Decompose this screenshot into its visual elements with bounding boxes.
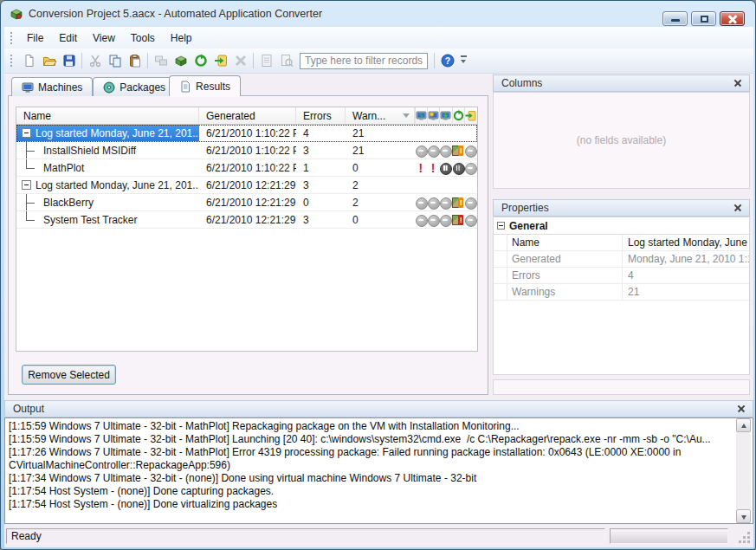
window-title: Conversion Project 5.aacx - Automated Ap… [29,8,322,20]
row-warnings: 2 [346,177,415,193]
row-generated: 6/21/2010 1:10:22 PM [199,125,296,141]
menu-file[interactable]: File [19,29,51,48]
refresh-button[interactable] [191,51,210,71]
close-button[interactable] [720,11,745,26]
property-label: Name [507,235,623,250]
row-name: BlackBerry [43,197,94,209]
preview-icon [280,54,294,68]
connect-machine-icon [154,54,168,68]
help-button[interactable]: ? [437,51,457,71]
minimize-button[interactable] [662,11,688,26]
disabled-icon [415,194,427,211]
new-file-icon [23,54,36,68]
monitor-settings-icon[interactable] [427,107,439,125]
save-button[interactable] [59,51,79,71]
stop-button[interactable] [230,51,250,71]
properties-panel-title: Properties [501,202,549,214]
app-window: Conversion Project 5.aacx - Automated Ap… [0,0,756,550]
columns-panel-body: (no fields available) [493,92,750,189]
collapse-expander-icon[interactable] [22,128,31,138]
paste-icon [128,54,142,68]
scroll-up-icon[interactable] [736,418,751,432]
column-header-generated[interactable]: Generated [199,107,296,124]
property-row-errors[interactable]: Errors 4 [494,268,749,284]
grid-row-mathplot[interactable]: MathPlot 6/21/2010 1:10:22 PM 1 0 [16,159,477,177]
row-errors: 3 [296,211,346,228]
grid-row-log-2[interactable]: Log started Monday, June 21, 201... 6/21… [16,177,477,194]
row-name: InstallShield MSIDiff [43,145,136,157]
property-row-name[interactable]: Name Log started Monday, June [494,235,749,251]
run-conversion-button[interactable] [210,51,230,71]
collapse-expander-icon[interactable] [22,180,31,190]
cut-button[interactable] [85,51,105,71]
monitor-sync-icon[interactable] [415,107,427,125]
open-button[interactable] [39,51,59,71]
minimize-icon [671,19,680,22]
copy-button[interactable] [105,51,125,71]
new-button[interactable] [19,51,39,71]
tab-packages[interactable]: Packages [93,77,176,96]
menubar-grip-icon [10,31,14,45]
properties-close-icon[interactable] [732,202,744,214]
menu-tools[interactable]: Tools [123,29,163,48]
report-button[interactable] [256,51,276,71]
property-row-warnings[interactable]: Warnings 21 [494,284,749,301]
property-label: Warnings [507,284,623,300]
report-icon [260,54,274,68]
column-header-warnings[interactable]: Warn... [346,107,415,124]
refresh-column-icon[interactable] [452,107,464,125]
grid-row-installshield[interactable]: InstallShield MSIDiff 6/21/2010 1:10:22 … [16,142,477,159]
menu-view[interactable]: View [85,29,123,48]
monitor-icon [22,81,34,94]
disabled-icon [427,211,439,229]
disabled-icon [427,194,439,211]
property-row-generated[interactable]: Generated Monday, June 21, 2010 1:10 [494,251,749,268]
help-icon: ? [441,54,455,68]
menu-help[interactable]: Help [163,29,200,48]
package-button[interactable] [171,51,191,71]
row-name: System Test Tracker [43,214,137,226]
output-line: [1:15:59 Windows 7 Ultimate - 32-bit - M… [9,420,733,433]
package-warning-icon [452,194,464,211]
filter-records-input[interactable] [300,53,428,69]
column-filter-dropdown-icon[interactable] [403,113,410,118]
columns-close-icon[interactable] [732,77,744,89]
menu-edit[interactable]: Edit [51,29,85,48]
paste-button[interactable] [125,51,145,71]
toolbar-overflow-button[interactable] [459,51,469,70]
output-close-icon[interactable] [735,403,747,415]
restore-button[interactable] [691,11,716,26]
paused-icon [452,159,464,177]
properties-group-general[interactable]: General [494,217,749,235]
tab-packages-label: Packages [120,81,165,94]
tree-branch-end-icon [22,211,43,228]
refresh-icon [194,54,208,68]
output-panel-title: Output [13,403,44,415]
column-header-errors[interactable]: Errors [296,107,346,124]
preview-button[interactable] [276,51,296,71]
output-panel-titlebar: Output [4,400,753,417]
columns-panel-titlebar: Columns [493,74,750,92]
grid-row-blackberry[interactable]: BlackBerry 6/21/2010 12:21:29 ... 0 2 [16,194,477,211]
tab-results[interactable]: Results [169,75,241,96]
scroll-down-icon[interactable] [736,509,751,523]
monitor-download-icon[interactable] [439,107,451,125]
disabled-icon [427,142,439,159]
output-line: CVirtualMachineController::RepackageApp:… [9,459,733,472]
property-label: Generated [507,251,623,267]
grid-row-log-1[interactable]: Log started Monday, June 21, 201... 6/21… [16,125,477,142]
column-header-name[interactable]: Name [16,107,199,124]
resize-grip-icon[interactable] [747,540,750,543]
tab-machines[interactable]: Machines [11,77,93,96]
output-scrollbar[interactable] [736,418,751,523]
export-column-icon[interactable] [464,107,476,125]
disabled-icon [464,142,476,159]
group-expander-icon[interactable] [497,222,505,230]
disabled-icon [464,194,476,211]
disabled-icon [415,211,427,229]
output-log[interactable]: [1:15:59 Windows 7 Ultimate - 32-bit - M… [4,417,753,524]
grid-row-system-test-tracker[interactable]: System Test Tracker 6/21/2010 12:21:29 .… [16,211,477,229]
connect-machine-button[interactable] [151,51,171,71]
row-warnings: 21 [346,125,415,141]
remove-selected-button[interactable]: Remove Selected [22,365,116,385]
